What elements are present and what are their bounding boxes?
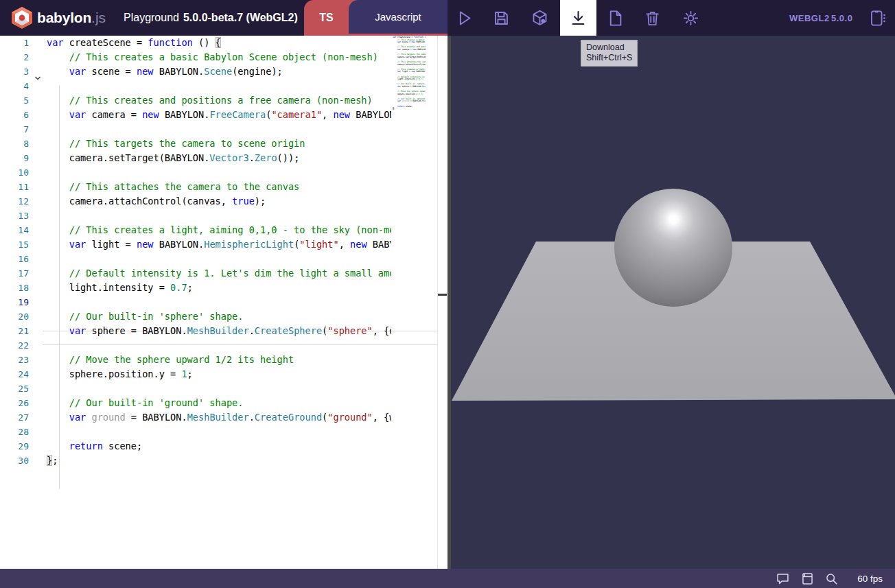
line-number: 5 [0, 93, 32, 108]
babylon-logo-icon [11, 6, 33, 30]
minimap[interactable]: var createScene = function () { // This … [393, 36, 426, 568]
code-line-29[interactable]: return scene; [47, 439, 391, 454]
clear-button[interactable] [636, 0, 668, 36]
babylon-playground-app: babylon .js Playground 5.0.0-beta.7 (Web… [0, 0, 895, 588]
play-icon [455, 9, 474, 27]
code-line-11[interactable]: // This attaches the camera to the canva… [47, 180, 391, 194]
line-number: 26 [0, 396, 32, 410]
navbar: babylon .js Playground 5.0.0-beta.7 (Web… [0, 0, 895, 36]
code-line-8[interactable]: // This targets the camera to scene orig… [47, 137, 391, 151]
code-line-12[interactable]: camera.attachControl(canvas, true); [47, 194, 391, 209]
code-line-1[interactable]: var createScene = function () { [47, 36, 391, 50]
new-scene-button[interactable] [599, 0, 631, 36]
line-number: 7 [0, 122, 32, 137]
run-button[interactable] [448, 0, 480, 36]
engine-version-label: 5.0.0 [831, 0, 852, 36]
download-tooltip: Download Shift+Ctrl+S [581, 40, 638, 67]
line-number: 23 [0, 353, 32, 367]
settings-button[interactable] [675, 0, 706, 36]
line-number: 18 [0, 281, 32, 295]
line-number: 17 [0, 266, 32, 281]
code-line-26[interactable]: // Our built-in 'ground' shape. [47, 396, 391, 410]
babylon-logo[interactable]: babylon .js [11, 0, 106, 36]
feedback-button[interactable] [774, 570, 791, 587]
title-version: 5.0.0-beta.7 (WebGL2) [183, 12, 298, 24]
line-number: 9 [0, 151, 32, 165]
code-line-6[interactable]: var camera = new BABYLON.FreeCamera("cam… [47, 108, 391, 122]
save-icon [492, 9, 511, 27]
line-number: 14 [0, 223, 32, 237]
code-line-19[interactable] [47, 295, 391, 309]
line-number: 3 [0, 64, 32, 79]
code-line-10[interactable] [47, 165, 391, 180]
line-number: 24 [0, 367, 32, 381]
code-line-18: light.intensity = 0.7; [393, 78, 426, 81]
line-number: 28 [0, 425, 32, 439]
gear-icon [682, 9, 700, 27]
line-number: 22 [0, 338, 32, 353]
code-line-27[interactable]: var ground = BABYLON.MeshBuilder.CreateG… [47, 410, 391, 425]
code-line-3[interactable]: var scene = new BABYLON.Scene(engine); [47, 64, 391, 79]
code-line-27: var ground = BABYLON.MeshBuilder.CreateG… [393, 100, 426, 103]
line-number: 10 [0, 165, 32, 180]
sphere-mesh [614, 189, 732, 307]
splitter-handle[interactable] [438, 294, 447, 296]
docs-button[interactable] [798, 570, 816, 587]
line-number: 6 [0, 108, 32, 122]
code-line-25[interactable] [47, 381, 391, 396]
download-button[interactable] [560, 0, 596, 36]
code-line-13[interactable] [47, 209, 391, 223]
line-number: 29 [0, 439, 32, 454]
code-line-3: var scene = new BABYLON.Scene(engine); [393, 41, 426, 44]
code-editor[interactable]: 1234567891011121314151617181920212223242… [0, 36, 448, 569]
line-number: 16 [0, 252, 32, 266]
line-number: 1 [0, 36, 32, 50]
code-line-18[interactable]: light.intensity = 0.7; [47, 281, 391, 295]
line-number: 30 [0, 454, 32, 468]
code-line-22[interactable] [47, 338, 391, 353]
code-line-21[interactable]: var sphere = BABYLON.MeshBuilder.CreateS… [47, 324, 391, 338]
line-number: 19 [0, 295, 32, 309]
typescript-toggle-button[interactable]: TS [304, 0, 349, 36]
line-number: 8 [0, 137, 32, 151]
code-line-9: camera.setTarget(BABYLON.Vector3.Zero())… [393, 56, 426, 59]
render-canvas[interactable] [451, 36, 895, 569]
code-line-4[interactable] [47, 79, 391, 93]
code-line-15[interactable]: var light = new BABYLON.HemisphericLight… [47, 237, 391, 252]
tooltip-title: Download [586, 43, 632, 53]
code-line-16[interactable] [47, 252, 391, 266]
fold-chevron-icon[interactable] [34, 74, 42, 82]
code-line-21: var sphere = BABYLON.MeshBuilder.CreateS… [393, 86, 426, 89]
code-line-20[interactable]: // Our built-in 'sphere' shape. [47, 309, 391, 324]
code-line-15: var light = new BABYLON.HemisphericLight… [393, 71, 426, 73]
code-line-12: camera.attachControl(canvas, true); [393, 64, 426, 67]
splitter-gutter[interactable] [438, 36, 448, 569]
code-line-5[interactable]: // This creates and positions a free cam… [47, 93, 391, 108]
code-line-17[interactable]: // Default intensity is 1. Let's dim the… [47, 266, 391, 281]
qr-device-button[interactable] [862, 0, 894, 36]
code-line-23[interactable]: // Move the sphere upward 1/2 its height [47, 353, 391, 367]
code-line-7[interactable] [47, 122, 391, 137]
code-line-9[interactable]: camera.setTarget(BABYLON.Vector3.Zero())… [47, 151, 391, 165]
code-line-2[interactable]: // This creates a basic Babylon Scene ob… [47, 50, 391, 64]
line-number-gutter: 1234567891011121314151617181920212223242… [0, 36, 32, 468]
code-content[interactable]: var createScene = function () { // This … [47, 36, 391, 468]
code-line-30[interactable]: }; [47, 454, 391, 468]
line-number: 25 [0, 381, 32, 396]
engine-label: WEBGL2 [789, 0, 830, 36]
inspect-button[interactable] [822, 570, 840, 587]
line-number: 4 [0, 79, 32, 93]
trash-icon [643, 9, 662, 27]
save-button[interactable] [485, 0, 517, 36]
code-line-28[interactable] [47, 425, 391, 439]
code-line-14[interactable]: // This creates a light, aiming 0,1,0 - … [47, 223, 391, 237]
book-icon [800, 572, 815, 586]
logo-suffix: .js [91, 10, 106, 26]
inspector-button[interactable] [524, 0, 555, 36]
line-number: 2 [0, 50, 32, 64]
code-line-24[interactable]: sphere.position.y = 1; [47, 367, 391, 381]
line-number: 27 [0, 410, 32, 425]
page-title: Playground 5.0.0-beta.7 (WebGL2) [124, 0, 298, 36]
code-line-24: sphere.position.y = 1; [393, 93, 426, 96]
language-version-selector[interactable]: Javascript [349, 0, 448, 34]
